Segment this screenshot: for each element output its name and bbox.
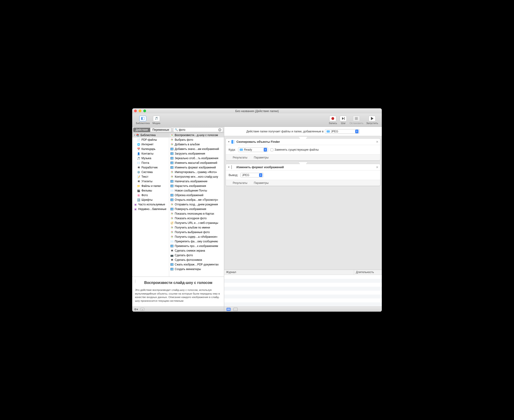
clear-search-button[interactable]: ✕ bbox=[218, 128, 221, 131]
library-category[interactable]: ✉️Почта bbox=[132, 161, 169, 165]
library-category[interactable]: ⚙️Система bbox=[132, 170, 169, 174]
action-list-item[interactable]: Напечатать изображение bbox=[169, 179, 224, 184]
action-list-item[interactable]: Добавить значо…ам изображений bbox=[169, 147, 224, 151]
action-list-item[interactable]: Получить альбом по имени bbox=[169, 225, 224, 230]
library-category[interactable]: 📝Текст bbox=[132, 174, 169, 179]
options-toggle[interactable]: Параметры bbox=[254, 156, 269, 159]
folder-icon bbox=[326, 130, 330, 133]
results-toggle[interactable]: Результаты bbox=[233, 181, 247, 185]
action-list-item[interactable]: Открыть изобра…ме «Просмотр» bbox=[169, 197, 224, 202]
window: Без названия (Действие папки) Библиотека… bbox=[132, 108, 382, 312]
action-list-item[interactable]: Загрузить изображения bbox=[169, 151, 224, 156]
action-list-item[interactable]: Отправить позд…днем рождения bbox=[169, 202, 224, 207]
action-list-item[interactable]: ✉️Новое сообщение Почты bbox=[169, 188, 224, 193]
play-icon bbox=[371, 117, 373, 120]
action-list-item[interactable]: Получить содер…а «Избранное» bbox=[169, 234, 224, 239]
action-list-item[interactable]: Контроллер мгн…ного слайд-шоу bbox=[169, 174, 224, 179]
library-root[interactable]: ▼📚Библиотека bbox=[132, 133, 169, 137]
action-list-item[interactable]: 🛠Сделать фотоснимок bbox=[169, 258, 224, 262]
log-column-duration[interactable]: Длительность bbox=[354, 270, 382, 275]
library-category[interactable]: 🎵Музыка bbox=[132, 156, 169, 161]
library-category[interactable]: 📄PDF-файлы bbox=[132, 137, 169, 142]
library-category[interactable]: 🌐Интернет bbox=[132, 142, 169, 147]
library-category[interactable]: 🎬Фильмы bbox=[132, 188, 169, 193]
right-status-bar bbox=[224, 307, 382, 312]
action-list-item[interactable]: Обрезка изображений bbox=[169, 193, 224, 197]
action-list-item[interactable]: Показать геопозицию в Картах bbox=[169, 211, 224, 216]
library-toggle-button[interactable]: Библиотека bbox=[135, 115, 151, 125]
workflow-input-header: Действие папки получает файлы и папки, д… bbox=[224, 127, 382, 136]
step-icon bbox=[342, 117, 345, 120]
folder-icon bbox=[240, 149, 243, 151]
library-category[interactable]: 🌸Фото bbox=[132, 193, 169, 197]
toolbar: Библиотека 🎵 Медиа Запись Шаг Остановить… bbox=[132, 113, 382, 127]
log-table-header: Журнал Длительность bbox=[224, 270, 382, 275]
left-status-bar: ⚙︎▾ ⌄ bbox=[132, 307, 224, 312]
action-list-item[interactable]: Зеркально отоб…ть изображения bbox=[169, 156, 224, 161]
record-icon bbox=[332, 117, 334, 120]
gear-menu-button[interactable]: ⚙︎▾ bbox=[134, 308, 138, 311]
library-smart-folder[interactable]: ▣Недавно…бавленные bbox=[132, 207, 169, 211]
remove-action-button[interactable]: ✕ bbox=[376, 140, 378, 143]
action-list-item[interactable]: Показать исходное фото bbox=[169, 216, 224, 221]
search-input[interactable] bbox=[179, 128, 218, 131]
replace-existing-checkbox[interactable]: Заменять существующие файлы bbox=[270, 148, 319, 151]
action-list-item[interactable]: Воспроизвести…д-шоу с голосом bbox=[169, 133, 224, 137]
titlebar: Без названия (Действие папки) bbox=[132, 108, 382, 113]
search-icon: 🔍 bbox=[175, 128, 178, 131]
action-list-item[interactable]: Изменить масштаб изображений bbox=[169, 161, 224, 165]
library-category[interactable]: 📁Файлы и папки bbox=[132, 184, 169, 188]
library-category[interactable]: 🛠Утилиты bbox=[132, 179, 169, 184]
chevron-updown-icon: ▲▼ bbox=[259, 173, 262, 177]
action-list-item[interactable]: Изменить формат изображений bbox=[169, 165, 224, 170]
log-pane: Журнал Длительность bbox=[224, 270, 382, 307]
disclosure-triangle-icon[interactable]: ▼ bbox=[228, 141, 230, 143]
action-list-item[interactable]: Нарастить изображения bbox=[169, 184, 224, 188]
record-button[interactable]: Запись bbox=[327, 115, 338, 125]
collapse-description-button[interactable]: ⌄ bbox=[140, 308, 144, 311]
library-category[interactable]: 🛠Разработчик bbox=[132, 165, 169, 170]
input-folder-selector[interactable]: JPEG ▲▼ bbox=[325, 129, 360, 134]
results-toggle[interactable]: Результаты bbox=[233, 156, 247, 159]
action-list-item[interactable]: 🛠Сделать снимок экрана bbox=[169, 248, 224, 253]
disclosure-triangle-icon[interactable]: ▼ bbox=[228, 166, 230, 168]
workflow-pane: Действие папки получает файлы и папки, д… bbox=[224, 127, 382, 312]
log-column-journal[interactable]: Журнал bbox=[224, 270, 354, 275]
step-button[interactable]: Шаг bbox=[338, 115, 348, 125]
action-copy-finder-items[interactable]: ▼ Скопировать объекты Finder ✕ Куда: Rea… bbox=[226, 138, 380, 161]
action-list-item[interactable]: Получить выбранные фото bbox=[169, 230, 224, 234]
remove-action-button[interactable]: ✕ bbox=[376, 166, 378, 169]
action-list-item[interactable]: Импортировать…грамму «Фото» bbox=[169, 170, 224, 174]
library-category[interactable]: 📅Календарь bbox=[132, 147, 169, 151]
library-smart-folder[interactable]: ▣Часто используемые bbox=[132, 202, 169, 207]
log-view-list-button[interactable] bbox=[227, 308, 231, 311]
run-button[interactable]: Запустить bbox=[365, 115, 379, 125]
sidebar-icon bbox=[141, 117, 144, 120]
library-category[interactable]: 🔤Шрифты bbox=[132, 197, 169, 202]
media-button[interactable]: 🎵 Медиа bbox=[151, 115, 162, 125]
action-list-item[interactable]: Создать миниатюры bbox=[169, 267, 224, 271]
chevron-updown-icon: ▲▼ bbox=[355, 130, 358, 133]
action-change-image-format[interactable]: ▼ Изменить формат изображений ✕ Вывод: J… bbox=[226, 164, 380, 186]
library-category-list: ▼📚Библиотека📄PDF-файлы🌐Интернет📅Календар… bbox=[132, 133, 169, 277]
tab-segmented-control[interactable]: Действия Переменные bbox=[133, 128, 172, 132]
action-list-item[interactable]: 🧭Получить URL и…з веб-страницы bbox=[169, 221, 224, 225]
action-list-item[interactable]: Добавить в альбом bbox=[169, 142, 224, 147]
options-toggle[interactable]: Параметры bbox=[254, 181, 269, 185]
photos-app-icon bbox=[135, 279, 142, 286]
action-list-item[interactable]: Применить про…к изображениям bbox=[169, 244, 224, 248]
action-list-item[interactable]: ✉️Прикрепить фа…ому сообщению bbox=[169, 239, 224, 244]
tab-actions[interactable]: Действия bbox=[133, 128, 150, 132]
library-category[interactable]: 👤Контакты bbox=[132, 151, 169, 156]
action-list-item[interactable]: 📷Сделать фото bbox=[169, 253, 224, 258]
workflow-canvas[interactable]: ▼ Скопировать объекты Finder ✕ Куда: Rea… bbox=[224, 136, 382, 270]
format-selector[interactable]: JPEG ▲▼ bbox=[240, 173, 264, 177]
log-view-grid-button[interactable] bbox=[234, 308, 238, 311]
tab-variables[interactable]: Переменные bbox=[150, 128, 172, 132]
destination-folder-selector[interactable]: Ready ▲▼ bbox=[238, 147, 268, 152]
action-description: Воспроизвести слайд-шоу с голосом Это де… bbox=[132, 277, 224, 307]
action-list-item[interactable]: Сжать изображ…PDF-документах bbox=[169, 262, 224, 267]
stop-icon bbox=[355, 117, 358, 120]
action-list-item[interactable]: Выбрать фото bbox=[169, 137, 224, 142]
action-list-item[interactable]: Повернуть изображения bbox=[169, 207, 224, 211]
